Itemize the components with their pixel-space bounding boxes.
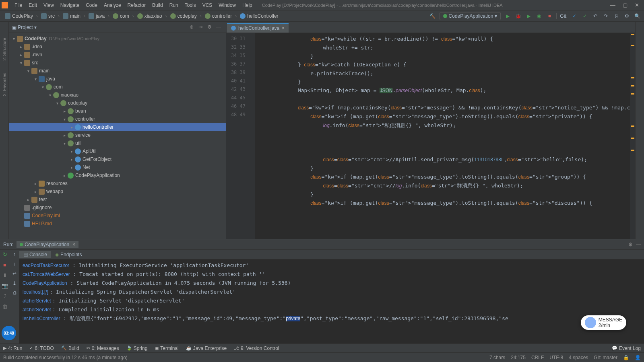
console-output[interactable]: eadPoolTaskExecutor : Initializing Execu… xyxy=(19,259,644,343)
trash-icon[interactable]: 🗑 xyxy=(2,304,8,310)
menu-view[interactable]: View xyxy=(40,1,57,10)
bt-run[interactable]: ▶ 4: Run xyxy=(3,346,22,351)
tree-hellocontroller[interactable]: ▸helloController xyxy=(9,123,226,131)
tree-bean[interactable]: ▸bean xyxy=(9,107,226,115)
tree-getforobject[interactable]: ▸GetForObject xyxy=(9,155,226,163)
run-tab[interactable]: CodePlayApplication× xyxy=(17,241,78,248)
tree-apiutil[interactable]: ▸ApiUtil xyxy=(9,147,226,155)
crumb-codeplay[interactable]: codeplay xyxy=(169,12,198,20)
status-pos[interactable]: 24:175 xyxy=(511,355,526,360)
menu-help[interactable]: Help xyxy=(239,1,256,10)
tree-xiaoxiao[interactable]: ▾xiaoxiao xyxy=(9,91,226,99)
tree-idea[interactable]: ▸.idea xyxy=(9,43,226,51)
tree-util[interactable]: ▾util xyxy=(9,139,226,147)
git-commit-icon[interactable]: ✓ xyxy=(581,12,588,20)
wrap-icon[interactable]: ↩ xyxy=(12,271,17,276)
menu-build[interactable]: Build xyxy=(149,1,166,10)
git-revert-icon[interactable]: ↷ xyxy=(602,12,609,20)
run-button[interactable]: ▶ xyxy=(504,12,511,20)
menu-file[interactable]: File xyxy=(11,1,25,10)
print-icon[interactable]: ⎙ xyxy=(13,290,16,296)
exit-icon[interactable]: ⤴ xyxy=(2,293,8,300)
menu-refactor[interactable]: Refactor xyxy=(124,1,149,10)
status-lock-icon[interactable]: 🔒 xyxy=(623,355,629,360)
status-line-ending[interactable]: CRLF xyxy=(531,355,544,360)
coverage-button[interactable]: ▶ xyxy=(525,12,532,20)
menu-tools[interactable]: Tools xyxy=(182,1,199,10)
crumb-java[interactable]: java xyxy=(87,12,106,20)
select-opened-file-icon[interactable]: ⊕ xyxy=(190,24,196,31)
tree-src[interactable]: ▾src xyxy=(9,59,226,67)
menu-edit[interactable]: Edit xyxy=(25,1,40,10)
rail-structure[interactable]: 2: Structure xyxy=(2,38,7,61)
git-update-icon[interactable]: ✓ xyxy=(571,12,578,20)
run-hide-icon[interactable]: — xyxy=(636,242,641,247)
minimize-button[interactable]: — xyxy=(610,2,615,8)
bt-terminal[interactable]: ▣ Terminal xyxy=(155,346,178,351)
project-header[interactable]: ▣ Project ▾ xyxy=(12,25,37,30)
tree-mvn[interactable]: ▸.mvn xyxy=(9,51,226,59)
rerun-icon[interactable]: ↻ xyxy=(2,251,8,258)
ide-settings-icon[interactable]: ⚙ xyxy=(623,12,630,20)
tree-help[interactable]: HELP.md xyxy=(9,220,226,228)
tree-service[interactable]: ▸service xyxy=(9,131,226,139)
stop-run-icon[interactable]: ■ xyxy=(2,262,8,268)
crumb-main[interactable]: main xyxy=(61,12,82,20)
bt-build[interactable]: 🔨 Build xyxy=(61,346,79,351)
crumb-xiaoxiao[interactable]: xiaoxiao xyxy=(136,12,164,20)
tree-gitignore[interactable]: .gitignore xyxy=(9,204,226,212)
tree-codeplay[interactable]: ▾codeplay xyxy=(9,99,226,107)
editor-tab-hellocontroller[interactable]: helloController.java × xyxy=(227,23,289,33)
menu-window[interactable]: Window xyxy=(215,1,239,10)
clock-widget[interactable]: 03:48 xyxy=(2,326,16,340)
up-icon[interactable]: ↑ xyxy=(13,251,16,257)
crumb-project[interactable]: CodePlay xyxy=(3,12,35,20)
search-icon[interactable]: 🔍 xyxy=(634,12,641,20)
debug-button[interactable]: 🐞 xyxy=(514,12,522,20)
tree-test[interactable]: ▸test xyxy=(9,195,226,204)
bt-messages[interactable]: ✉ 0: Messages xyxy=(87,346,119,351)
status-inspect-icon[interactable]: 👤 xyxy=(635,355,641,360)
bt-eventlog[interactable]: 💬 Event Log xyxy=(612,346,641,351)
down-icon[interactable]: ↓ xyxy=(13,261,16,267)
git-history-icon[interactable]: ↶ xyxy=(592,12,599,20)
status-indent[interactable]: 4 spaces xyxy=(569,355,588,360)
camera-icon[interactable]: 📷 xyxy=(2,283,8,289)
stop-button[interactable]: ■ xyxy=(546,12,553,20)
scroll-icon[interactable]: ⤓ xyxy=(12,280,17,286)
tree-webapp[interactable]: ▸webapp xyxy=(9,187,226,195)
message-badge[interactable]: MESSAGE2/min xyxy=(581,315,626,330)
menu-navigate[interactable]: Navigate xyxy=(57,1,83,10)
tree-iml[interactable]: CodePlay.iml xyxy=(9,212,226,220)
bt-spring[interactable]: 🍃 Spring xyxy=(126,346,148,351)
close-tab-icon[interactable]: × xyxy=(282,25,285,31)
git-diff-icon[interactable]: ⎘ xyxy=(613,12,620,20)
tree-net[interactable]: ▸Net xyxy=(9,163,226,171)
crumb-class[interactable]: helloController xyxy=(238,12,280,20)
tree-controller[interactable]: ▾controller xyxy=(9,115,226,123)
menu-code[interactable]: Code xyxy=(83,1,101,10)
crumb-src[interactable]: src xyxy=(39,12,56,20)
menu-analyze[interactable]: Analyze xyxy=(101,1,124,10)
status-encoding[interactable]: UTF-8 xyxy=(549,355,563,360)
hide-icon[interactable]: — xyxy=(216,24,223,31)
crumb-com[interactable]: com xyxy=(111,12,131,20)
tree-java[interactable]: ▾java xyxy=(9,75,226,83)
menu-run[interactable]: Run xyxy=(166,1,182,10)
run-config-selector[interactable]: CodePlayApplication ▾ xyxy=(440,12,501,20)
profile-button[interactable]: ◉ xyxy=(535,12,543,20)
endpoints-tab[interactable]: ◆Endpoints xyxy=(51,251,86,258)
status-git[interactable]: Git: master xyxy=(594,355,617,360)
close-button[interactable]: ✕ xyxy=(635,2,639,8)
bt-javaee[interactable]: ☕ Java Enterprise xyxy=(186,346,227,351)
tree-com[interactable]: ▾com xyxy=(9,83,226,91)
settings-icon[interactable]: ⚙ xyxy=(207,24,214,31)
maximize-button[interactable]: ▢ xyxy=(623,2,627,8)
build-icon[interactable]: 🔨 xyxy=(429,12,436,20)
tree-root[interactable]: ▾CodePlayD:\Project\work\CodePlay xyxy=(9,35,226,43)
pause-icon[interactable]: ⏸ xyxy=(2,272,8,279)
console-tab[interactable]: ▤Console xyxy=(19,251,51,258)
menu-vcs[interactable]: VCS xyxy=(199,1,216,10)
bt-vcs[interactable]: ⎇ 9: Version Control xyxy=(234,346,279,351)
collapse-all-icon[interactable]: ⇥ xyxy=(198,24,205,31)
